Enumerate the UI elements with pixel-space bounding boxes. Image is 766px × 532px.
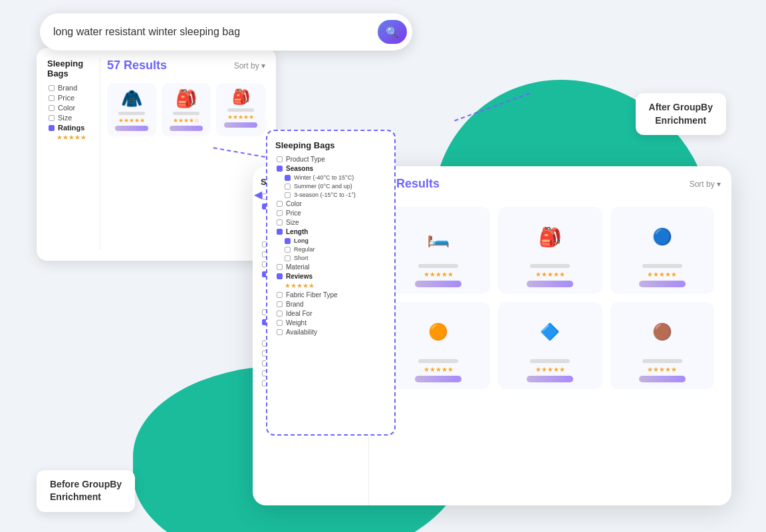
product-btn-3[interactable]	[639, 281, 686, 287]
product-title-6	[642, 359, 682, 363]
before-bar-2	[173, 112, 199, 115]
product-img-3: 🔵	[636, 213, 689, 260]
product-card-5: 🔷 ★★★★★	[498, 302, 602, 389]
before-filter-color[interactable]: Color	[47, 104, 94, 112]
product-title-4	[418, 359, 458, 363]
product-card-1: 🛏️ ★★★★★	[386, 207, 490, 294]
ov-filter-weight[interactable]: Weight	[275, 319, 386, 327]
checkbox-ratings	[49, 125, 55, 131]
filter-overlay: Sleeping Bags Product Type Seasons Winte…	[266, 130, 396, 436]
before-filter-ratings[interactable]: Ratings	[47, 124, 94, 132]
search-bar: 🔍	[40, 13, 412, 51]
before-card: Sleeping Bags Brand Price Color Size	[37, 48, 276, 261]
product-img-6: 🟤	[636, 309, 689, 355]
product-card-2: 🎒 ★★★★★	[498, 207, 602, 294]
before-stars-2: ★★★★☆	[173, 117, 199, 124]
product-img-5: 🔷	[523, 309, 576, 355]
ov-filter-availability[interactable]: Availability	[275, 329, 386, 336]
product-btn-6[interactable]	[639, 376, 686, 382]
before-filter-brand[interactable]: Brand	[47, 84, 94, 92]
ov-filter-size[interactable]: Size	[275, 219, 386, 226]
ov-filter-product-type[interactable]: Product Type	[275, 156, 386, 163]
search-button[interactable]: 🔍	[378, 20, 407, 44]
ov-filter-material[interactable]: Material	[275, 263, 386, 271]
ov-filter-ideal[interactable]: Ideal For	[275, 310, 386, 317]
after-label: After GroupBy Enrichment	[636, 93, 726, 135]
product-btn-2[interactable]	[527, 281, 573, 287]
product-stars-4: ★★★★★	[424, 366, 453, 373]
ov-filter-short[interactable]: Short	[275, 255, 386, 261]
product-stars-5: ★★★★★	[535, 366, 565, 373]
before-bar-1	[118, 112, 145, 115]
before-results-count: 57 Results	[107, 59, 167, 72]
product-card-4: 🟠 ★★★★★	[386, 302, 490, 389]
product-title-2	[530, 264, 570, 268]
before-product-img-2: 🎒	[176, 88, 197, 109]
ov-filter-length[interactable]: Length	[275, 228, 386, 235]
product-stars-2: ★★★★★	[535, 271, 565, 278]
product-title-3	[642, 264, 682, 268]
ov-filter-brand[interactable]: Brand	[275, 301, 386, 308]
filter-overlay-title: Sleeping Bags	[275, 140, 386, 150]
before-bar-3	[227, 108, 254, 112]
before-btn-1	[115, 126, 148, 131]
ov-filter-color[interactable]: Color	[275, 200, 386, 207]
before-sidebar-title: Sleeping Bags	[47, 59, 94, 78]
ov-filter-seasons[interactable]: Seasons	[275, 165, 386, 172]
ov-filter-long[interactable]: Long	[275, 237, 386, 244]
product-card-3: 🔵 ★★★★★	[610, 207, 714, 294]
checkbox-size	[49, 115, 55, 121]
ov-filter-price[interactable]: Price	[275, 209, 386, 217]
ov-filter-reviews[interactable]: Reviews	[275, 273, 386, 280]
after-sort-by[interactable]: Sort by ▾	[690, 180, 721, 189]
product-btn-5[interactable]	[527, 376, 573, 382]
after-main: 12 Results Sort by ▾ 🛏️ ★★★★★ 🎒 ★★★★★ 🔵 …	[369, 166, 731, 505]
ov-filter-summer[interactable]: Summer (0°C and up)	[275, 183, 386, 190]
before-product-img-1: 🧥	[121, 88, 142, 109]
product-card-6: 🟤 ★★★★★	[610, 302, 714, 389]
before-filter-size[interactable]: Size	[47, 114, 94, 122]
product-stars-1: ★★★★★	[424, 271, 453, 278]
product-btn-4[interactable]	[415, 376, 461, 382]
after-header: 12 Results Sort by ▾	[380, 177, 721, 191]
before-sort-by[interactable]: Sort by ▾	[234, 61, 265, 70]
search-icon: 🔍	[386, 26, 399, 39]
checkbox-brand	[49, 85, 55, 91]
product-img-4: 🟠	[412, 309, 465, 355]
before-product-2: 🎒 ★★★★☆	[162, 83, 211, 136]
product-title-1	[418, 264, 458, 268]
before-product-1: 🧥 ★★★★★	[107, 83, 156, 136]
ov-filter-winter[interactable]: Winter (-40°C to 15°C)	[275, 174, 386, 181]
before-stars-1: ★★★★★	[118, 117, 145, 124]
before-stars-3: ★★★★★	[227, 114, 254, 120]
product-img-2: 🎒	[523, 213, 576, 260]
before-label: Before GroupBy Enrichment	[37, 470, 135, 512]
before-product-img-3: 🎒	[232, 88, 250, 106]
before-btn-2	[170, 126, 203, 131]
product-stars-6: ★★★★★	[647, 366, 677, 373]
product-img-1: 🛏️	[412, 213, 465, 260]
before-products: 🧥 ★★★★★ 🎒 ★★★★☆ 🎒 ★★★★★	[107, 83, 265, 136]
checkbox-color	[49, 105, 55, 111]
before-filter-price[interactable]: Price	[47, 94, 94, 102]
ov-filter-regular[interactable]: Regular	[275, 246, 386, 253]
before-btn-3	[224, 122, 257, 128]
arrow-icon-left: ◀	[254, 188, 262, 201]
product-btn-1[interactable]	[415, 281, 461, 287]
ov-filter-fabric[interactable]: Fabric Fiber Type	[275, 291, 386, 299]
before-product-3: 🎒 ★★★★★	[216, 83, 265, 136]
product-stars-3: ★★★★★	[647, 271, 677, 278]
search-input[interactable]	[53, 26, 378, 38]
checkbox-price	[49, 95, 55, 101]
ov-filter-3season[interactable]: 3-season (-15°C to -1°)	[275, 192, 386, 198]
product-title-5	[530, 359, 570, 363]
product-grid: 🛏️ ★★★★★ 🎒 ★★★★★ 🔵 ★★★★★ 🟠 ★	[380, 200, 721, 396]
